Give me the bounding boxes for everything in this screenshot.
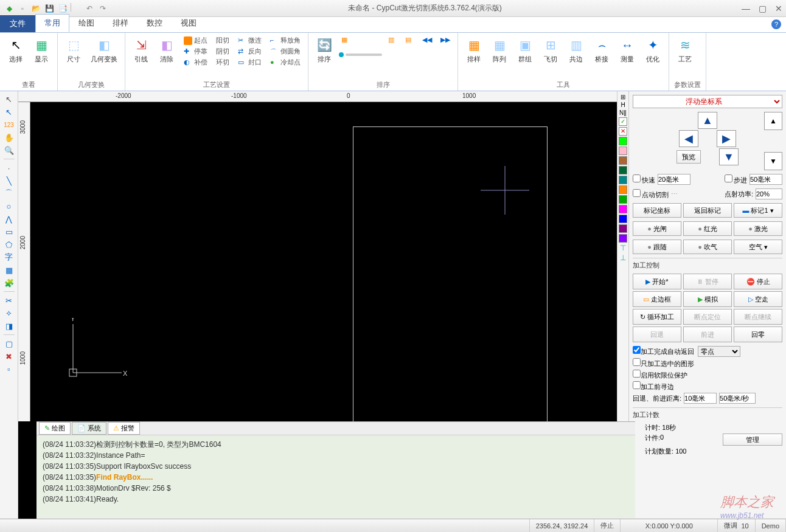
prev-btn[interactable]: ◀◀ <box>420 35 434 44</box>
opt4-check[interactable]: 加工前寻边 <box>633 381 782 392</box>
layer-x[interactable]: ✕ <box>619 127 627 136</box>
maximize-icon[interactable]: ▢ <box>759 4 767 13</box>
tool-point[interactable]: · <box>3 162 15 173</box>
jog-down[interactable]: ▼ <box>719 148 739 165</box>
tool-rect[interactable]: ▭ <box>3 226 15 237</box>
open-icon[interactable]: 📂 <box>30 3 41 14</box>
returnmark-button[interactable]: 返回标记 <box>683 203 732 218</box>
z-up-button[interactable]: ▲ <box>764 112 782 130</box>
bridge-button[interactable]: ⌢桥接 <box>591 35 613 65</box>
tab-file[interactable]: 文件 <box>0 15 35 32</box>
tool-node[interactable]: ↖ <box>3 106 15 117</box>
close-icon[interactable]: ✕ <box>775 4 782 13</box>
layer-lime[interactable] <box>619 137 627 145</box>
optimize-button[interactable]: ✦优化 <box>642 35 664 65</box>
tool-order[interactable]: 123 <box>3 119 15 130</box>
tool-polyline[interactable]: ⋀ <box>3 213 15 224</box>
laser-button[interactable]: ●激光 <box>734 221 782 236</box>
step-check[interactable]: 步进 <box>725 174 747 185</box>
z-down-button[interactable]: ▼ <box>764 152 782 170</box>
manage-button[interactable]: 管理 <box>723 434 782 446</box>
stop-button[interactable]: ⛔停止 <box>734 274 782 289</box>
layer-green2[interactable] <box>619 195 627 204</box>
opt1-check[interactable]: 加工完成自动返回 <box>633 346 694 357</box>
tool-text[interactable]: 字 <box>3 252 15 263</box>
red-button[interactable]: ●红光 <box>683 221 732 236</box>
seal-btn[interactable]: ▭封口 <box>235 57 264 67</box>
layer-n-icon[interactable]: N‖ <box>619 109 627 116</box>
logtab-sys[interactable]: 📄系统 <box>72 422 106 435</box>
status-fine[interactable]: 微调 10 <box>718 519 755 532</box>
opt2-check[interactable]: 只加工选中的图形 <box>633 358 782 368</box>
minimize-icon[interactable]: — <box>742 4 750 13</box>
draw-area[interactable]: 3000 2000 1000 Y X <box>18 102 617 421</box>
tab-common[interactable]: 常用 <box>35 14 69 32</box>
tech-button[interactable]: ≋工艺 <box>674 35 696 65</box>
jog-up[interactable]: ▲ <box>698 112 717 129</box>
array-button[interactable]: ▦阵列 <box>489 35 510 65</box>
loop-button[interactable]: ↻循环加工 <box>633 309 681 325</box>
layer-pink[interactable] <box>619 147 627 155</box>
tool-arc[interactable]: ⌒ <box>3 188 15 199</box>
tool-b[interactable]: ✧ <box>3 308 15 319</box>
bploc-button[interactable]: 断点定位 <box>683 309 732 325</box>
bpcont-button[interactable]: 断点继续 <box>734 309 782 325</box>
tool-e[interactable]: ✖ <box>3 351 15 362</box>
tool-line[interactable]: ╲ <box>3 175 15 186</box>
spotpower-input[interactable] <box>756 188 782 199</box>
sim-button[interactable]: ▶模拟 <box>683 291 732 307</box>
tool-polygon[interactable]: ⬠ <box>3 239 15 250</box>
layout2-button[interactable]: ▦排样 <box>463 35 485 65</box>
jogcut-check[interactable]: 点动切割 <box>633 189 669 199</box>
home-button[interactable]: 回零 <box>734 326 782 342</box>
canvas[interactable]: Y X <box>30 102 617 421</box>
lead-button[interactable]: ⇲引线 <box>130 35 152 65</box>
layer-blue[interactable] <box>619 215 627 223</box>
tool-circle[interactable]: ○ <box>3 201 15 212</box>
tool-d[interactable]: ▢ <box>3 338 15 349</box>
yin-btn[interactable]: 阴切 <box>214 46 232 57</box>
yang-btn[interactable]: 阳切 <box>214 35 232 46</box>
reverse-btn[interactable]: ⇄反向 <box>235 46 264 57</box>
tool-f[interactable]: ▫ <box>3 364 15 375</box>
undo-icon[interactable]: ↶ <box>84 3 95 14</box>
fast-check[interactable]: 快速 <box>633 174 655 185</box>
save-icon[interactable]: 💾 <box>44 3 55 14</box>
start-btn[interactable]: 起点 <box>181 35 210 46</box>
jog-right[interactable]: ▶ <box>717 130 736 147</box>
coord-combo[interactable]: 浮动坐标系 <box>633 95 782 108</box>
layer-orange[interactable] <box>619 185 627 194</box>
air-combo[interactable]: 空气▾ <box>734 240 782 254</box>
follow-button[interactable]: ●跟随 <box>633 240 681 254</box>
tool-zoom[interactable]: 🔍 <box>3 145 15 156</box>
fwd-button[interactable]: 前进 <box>683 326 732 342</box>
layer-brown[interactable] <box>619 156 627 165</box>
frame-button[interactable]: ▭走边框 <box>633 291 681 307</box>
group-button[interactable]: ▣群组 <box>514 35 536 65</box>
release-btn[interactable]: ⌐释放角 <box>268 35 303 46</box>
dock-btn[interactable]: ✚停靠 <box>181 46 210 57</box>
blow-button[interactable]: ●吹气 <box>683 240 732 254</box>
layer-purple2[interactable] <box>619 234 627 243</box>
logtab-alarm[interactable]: ⚠报警 <box>108 422 140 435</box>
layer-h-icon[interactable]: H <box>621 102 625 108</box>
layer-purple[interactable] <box>619 224 627 233</box>
pause-button[interactable]: ⏸暂停 <box>683 274 732 289</box>
s3[interactable]: ▤ <box>403 35 416 45</box>
layer-top-icon[interactable]: ⊤ <box>620 244 626 252</box>
tool-pan[interactable]: ✋ <box>3 132 15 143</box>
comp-btn[interactable]: ◐补偿 <box>181 57 210 67</box>
jog-left[interactable]: ◀ <box>679 130 698 147</box>
tab-draw[interactable]: 绘图 <box>69 14 103 32</box>
opt1-combo[interactable]: 零点 <box>698 346 740 357</box>
cool-btn[interactable]: ●冷却点 <box>268 57 303 67</box>
bf1-input[interactable] <box>684 393 717 404</box>
start-button[interactable]: ▶开始* <box>633 274 681 289</box>
tab-nc[interactable]: 数控 <box>137 14 172 32</box>
tab-view[interactable]: 视图 <box>172 14 206 32</box>
tool-pointer[interactable]: ↖ <box>3 94 15 105</box>
new-icon[interactable]: ▫ <box>17 3 28 14</box>
step-input[interactable] <box>749 174 782 185</box>
s1[interactable]: ▦ <box>339 35 382 45</box>
ring-btn[interactable]: 环切 <box>214 57 232 67</box>
